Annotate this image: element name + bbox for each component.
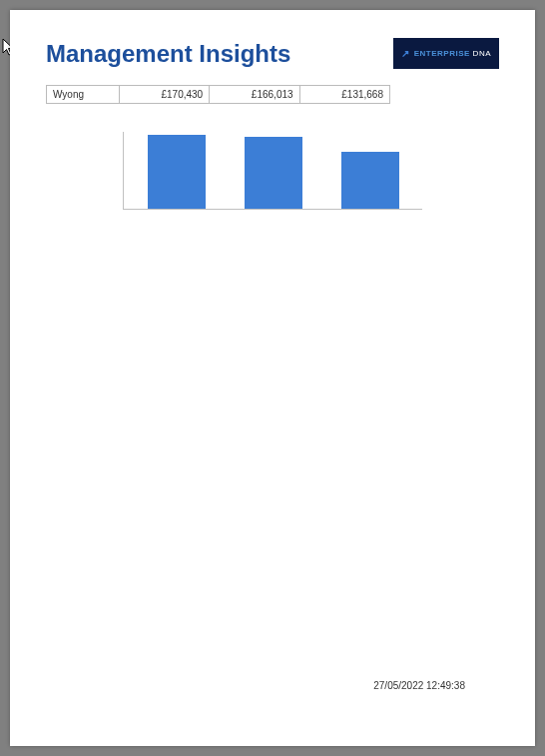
page-title: Management Insights (46, 40, 290, 68)
table-row: Wyong £170,430 £166,013 £131,668 (47, 86, 390, 104)
chart-bar-2 (245, 137, 302, 209)
timestamp: 27/05/2022 12:49:38 (373, 680, 465, 691)
row-value-1: £170,430 (119, 86, 209, 104)
bar-chart (123, 132, 422, 210)
logo-suffix: DNA (473, 49, 491, 58)
chart-bar-1 (148, 135, 206, 209)
data-table: Wyong £170,430 £166,013 £131,668 (46, 85, 390, 104)
logo-brand: ENTERPRISE (414, 49, 470, 58)
logo: ↗ ENTERPRISE DNA (393, 38, 499, 69)
logo-arrow-icon: ↗ (401, 48, 410, 59)
chart-bar-3 (341, 152, 399, 209)
report-page: Management Insights ↗ ENTERPRISE DNA Wyo… (10, 10, 535, 746)
row-value-2: £166,013 (210, 86, 299, 104)
header: Management Insights ↗ ENTERPRISE DNA (46, 38, 499, 69)
row-value-3: £131,668 (299, 86, 389, 104)
row-label: Wyong (47, 86, 120, 104)
